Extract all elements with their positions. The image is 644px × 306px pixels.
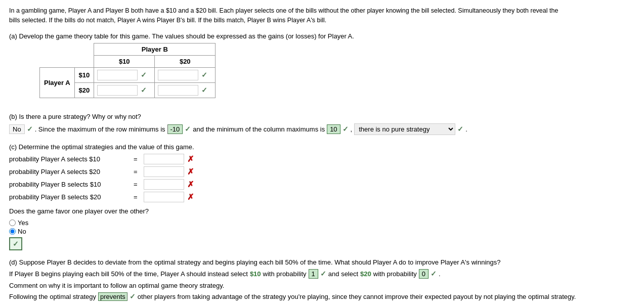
part-b-period: .: [465, 125, 467, 133]
player-b-header: Player B: [94, 43, 216, 55]
part-d-label: (d) Suppose Player B decides to deviate …: [9, 258, 635, 266]
prob-row-3: probability Player B selects $20 = .33 ✗: [9, 192, 635, 202]
cell-a20-b10: 10 ✓: [94, 82, 155, 98]
prob-row-1: probability Player A selects $20 = .67 ✗: [9, 166, 635, 177]
radio-yes-row: Yes: [9, 219, 635, 227]
col-header-20: $20: [155, 55, 216, 67]
part-b-row: No ✓ . Since the maximum of the row mini…: [9, 123, 635, 135]
prob-label-0: probability Player A selects $10: [9, 155, 131, 163]
part-b-label: (b) Is there a pure strategy? Why or why…: [9, 113, 635, 120]
prob-input-2[interactable]: .67: [144, 179, 184, 190]
yes-label: Yes: [18, 219, 28, 227]
input-a20-b10[interactable]: 10: [97, 85, 138, 96]
cross-0: ✗: [187, 154, 194, 164]
check-a10-b10: ✓: [141, 71, 147, 79]
no-check: ✓: [27, 125, 33, 133]
intro-paragraph: In a gambling game, Player A and Player …: [9, 6, 566, 25]
cell-a10-b20: 20 ✓: [155, 67, 216, 82]
d-line1-period: .: [439, 270, 441, 278]
part-c-label: (c) Determine the optimal strategies and…: [9, 143, 635, 151]
prob-label-1: probability Player A selects $20: [9, 168, 131, 176]
cell-a10-b10: -10 ✓: [94, 67, 155, 82]
favor-label: Does the game favor one player over the …: [9, 207, 635, 215]
d-line1-and: and select: [328, 270, 358, 278]
part-b-section: (b) Is there a pure strategy? Why or why…: [9, 113, 635, 135]
d-line1-pre: If Player B begins playing each bill 50%…: [9, 270, 248, 278]
part-d-line2: Comment on why it is important to follow…: [9, 282, 635, 289]
d-check1: ✓: [320, 270, 326, 278]
d-line1-dollar: $10: [250, 270, 261, 278]
pure-strategy-dropdown[interactable]: there is no pure strategy there is a pur…: [354, 123, 455, 135]
prob-input-0[interactable]: .67: [144, 154, 184, 164]
part-b-sentence1: . Since the maximum of the row minimums …: [35, 125, 165, 133]
d-line1-dollar2: $20: [360, 270, 371, 278]
eq-0: =: [134, 155, 141, 163]
row-min-check: ✓: [185, 125, 191, 133]
c-check-box: ✓: [9, 237, 22, 250]
prob-input-1[interactable]: .67: [144, 166, 184, 177]
intro-text: In a gambling game, Player A and Player …: [9, 7, 558, 24]
input-a10-b20[interactable]: 20: [158, 70, 198, 80]
check-a20-b10: ✓: [141, 86, 147, 94]
part-c-section: (c) Determine the optimal strategies and…: [9, 143, 635, 250]
prob-row-2: probability Player B selects $10 = .67 ✗: [9, 179, 635, 190]
d-line1-mid: with probability: [263, 270, 307, 278]
row-header-20: $20: [74, 82, 94, 98]
no-button[interactable]: No: [9, 124, 25, 134]
part-b-sentence3: ,: [351, 125, 353, 133]
part-d-line3: Following the optimal strategy prevents …: [9, 292, 635, 301]
d-line3-post: other players from taking advantage of t…: [138, 293, 576, 300]
prob-row-0: probability Player A selects $10 = .67 ✗: [9, 154, 635, 164]
input-a20-b20[interactable]: -20: [158, 85, 198, 96]
cell-a20-b20: -20 ✓: [155, 82, 216, 98]
col-header-10: $10: [94, 55, 155, 67]
part-a-label: (a) Develop the game theory table for th…: [9, 32, 635, 40]
cross-3: ✗: [187, 192, 194, 202]
col-max-check: ✓: [342, 125, 349, 133]
dropdown-check: ✓: [457, 125, 463, 133]
row-header-10: $10: [74, 67, 94, 82]
radio-no-row: No: [9, 228, 635, 235]
check-a20-b20: ✓: [201, 86, 207, 94]
prob-label-3: probability Player B selects $20: [9, 193, 131, 201]
input-a10-b10[interactable]: -10: [97, 70, 138, 80]
d-prob2: 0: [419, 269, 428, 279]
d-prob1: 1: [309, 269, 318, 279]
d-check2: ✓: [431, 270, 437, 278]
part-d-line1: If Player B begins playing each bill 50%…: [9, 269, 635, 279]
player-a-label: Player A: [40, 67, 75, 98]
part-d-section: (d) Suppose Player B decides to deviate …: [9, 258, 635, 301]
radio-yes[interactable]: [9, 220, 16, 226]
d-line3-word: prevents: [98, 292, 127, 301]
no-label-c: No: [18, 228, 26, 235]
eq-2: =: [134, 181, 141, 188]
cross-1: ✗: [187, 167, 194, 177]
part-a-section: (a) Develop the game theory table for th…: [9, 32, 635, 105]
d-line3-pre: Following the optimal strategy: [9, 293, 96, 300]
radio-group: Yes No: [9, 219, 635, 235]
radio-no[interactable]: [9, 228, 16, 235]
d-line1-mid2: with probability: [373, 270, 417, 278]
c-check-mark: ✓: [13, 240, 19, 248]
d-line3-check: ✓: [130, 292, 136, 300]
eq-3: =: [134, 193, 141, 201]
row-min-value: -10: [167, 124, 183, 134]
check-a10-b20: ✓: [201, 71, 207, 79]
eq-1: =: [134, 168, 141, 176]
prob-label-2: probability Player B selects $10: [9, 181, 131, 188]
col-max-value: 10: [327, 124, 340, 134]
game-table-wrapper: Player B $10 $20 Player A $10 -10 ✓: [39, 43, 216, 98]
part-b-sentence2: and the minimum of the column maximums i…: [193, 125, 325, 133]
cross-2: ✗: [187, 180, 194, 189]
prob-input-3[interactable]: .33: [144, 192, 184, 202]
